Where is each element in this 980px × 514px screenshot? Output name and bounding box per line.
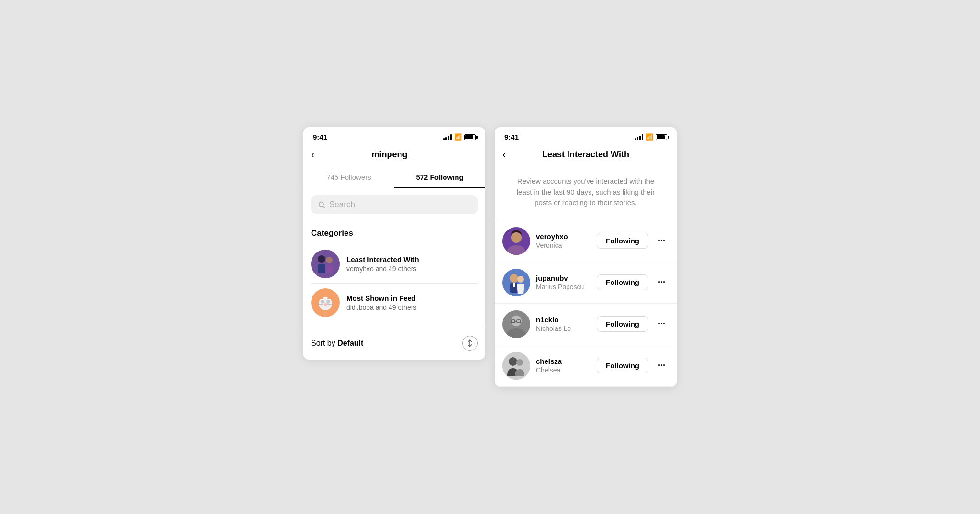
svg-point-19 xyxy=(511,232,522,243)
category-most-shown[interactable]: Most Shown in Feed didi.boba and 49 othe… xyxy=(311,284,478,322)
user-list: veroyhxo Veronica Following ··· xyxy=(495,220,677,387)
category-avatar-most xyxy=(311,288,340,317)
sort-arrows-icon xyxy=(466,339,474,348)
following-button-n1cklo[interactable]: Following xyxy=(597,316,648,332)
battery-icon-left xyxy=(464,134,476,140)
user-info-chelsza: chelsza Chelsea xyxy=(536,357,591,374)
list-item: jupanubv Marius Popescu Following ··· xyxy=(495,262,677,304)
avatar-img-chelsza xyxy=(502,352,530,380)
description-box: Review accounts you've interacted with t… xyxy=(495,166,677,220)
svg-point-21 xyxy=(510,274,518,283)
time-right: 9:41 xyxy=(504,133,519,141)
search-icon xyxy=(318,201,325,208)
categories-title: Categories xyxy=(311,229,478,238)
username-chelsza: chelsza xyxy=(536,357,591,365)
wifi-icon-right: 📶 xyxy=(646,133,653,141)
description-text: Review accounts you've interacted with t… xyxy=(509,176,662,208)
tab-followers[interactable]: 745 Followers xyxy=(303,166,394,188)
display-name-n1cklo: Nicholas Lo xyxy=(536,325,591,332)
user-avatar-veroyhxo xyxy=(502,227,530,255)
search-box[interactable]: Search xyxy=(311,195,478,214)
following-button-chelsza[interactable]: Following xyxy=(597,358,648,373)
back-button-right[interactable]: ‹ xyxy=(502,149,506,161)
username-n1cklo: n1cklo xyxy=(536,316,591,324)
nav-header-left: ‹ minpeng__ xyxy=(303,145,485,166)
sort-label: Sort by Default xyxy=(311,339,363,348)
user-info-jupanubv: jupanubv Marius Popescu xyxy=(536,274,591,291)
svg-point-26 xyxy=(511,316,522,326)
back-button-left[interactable]: ‹ xyxy=(311,149,314,161)
user-info-n1cklo: n1cklo Nicholas Lo xyxy=(536,316,591,332)
more-button-n1cklo[interactable]: ··· xyxy=(654,317,669,331)
more-button-jupanubv[interactable]: ··· xyxy=(654,275,669,289)
category-sub-least: veroyhxo and 49 others xyxy=(346,265,478,273)
left-screen: 9:41 📶 ‹ minpeng__ 745 Foll xyxy=(303,127,485,360)
signal-icon-left xyxy=(443,134,452,140)
user-info-veroyhxo: veroyhxo Veronica xyxy=(536,232,591,249)
more-button-chelsza[interactable]: ··· xyxy=(654,359,669,372)
list-item: n1cklo Nicholas Lo Following ··· xyxy=(495,304,677,345)
right-screen: 9:41 📶 ‹ Least Interacted With Revie xyxy=(495,127,677,387)
screens-container: 9:41 📶 ‹ minpeng__ 745 Foll xyxy=(303,127,677,387)
category-avatar-least xyxy=(311,250,340,278)
following-button-jupanubv[interactable]: Following xyxy=(597,274,648,290)
categories-section: Categories Least Inter xyxy=(303,221,485,322)
username-jupanubv: jupanubv xyxy=(536,274,591,282)
svg-rect-7 xyxy=(311,250,340,278)
category-name-most: Most Shown in Feed xyxy=(346,294,478,302)
search-placeholder: Search xyxy=(329,200,355,209)
user-avatar-n1cklo xyxy=(502,310,530,338)
status-icons-right: 📶 xyxy=(635,133,667,141)
avatar-img-veroyhxo xyxy=(502,227,530,255)
svg-point-14 xyxy=(324,303,327,306)
status-bar-right: 9:41 📶 xyxy=(495,127,677,145)
display-name-veroyhxo: Veronica xyxy=(536,241,591,249)
more-button-veroyhxo[interactable]: ··· xyxy=(654,234,669,248)
nav-header-right: ‹ Least Interacted With xyxy=(495,145,677,166)
category-least-interacted[interactable]: Least Interacted With veroyhxo and 49 ot… xyxy=(311,245,478,283)
display-name-chelsza: Chelsea xyxy=(536,366,591,374)
list-item: chelsza Chelsea Following ··· xyxy=(495,345,677,387)
username-veroyhxo: veroyhxo xyxy=(536,232,591,241)
tab-following[interactable]: 572 Following xyxy=(394,166,485,188)
user-avatar-chelsza xyxy=(502,352,530,380)
battery-icon-right xyxy=(656,134,667,140)
svg-point-10 xyxy=(321,300,324,304)
list-item: veroyhxo Veronica Following ··· xyxy=(495,220,677,262)
category-sub-most: didi.boba and 49 others xyxy=(346,304,478,311)
category-name-least: Least Interacted With xyxy=(346,255,478,263)
search-container: Search xyxy=(303,188,485,221)
avatar-img-jupanubv xyxy=(502,269,530,296)
category-avatar-img-most xyxy=(311,288,340,317)
svg-rect-23 xyxy=(513,283,515,287)
category-info-most: Most Shown in Feed didi.boba and 49 othe… xyxy=(346,294,478,311)
category-info-least: Least Interacted With veroyhxo and 49 ot… xyxy=(346,255,478,273)
signal-icon-right xyxy=(635,134,643,140)
following-button-veroyhxo[interactable]: Following xyxy=(597,233,648,249)
svg-point-24 xyxy=(517,276,524,283)
user-avatar-jupanubv xyxy=(502,269,530,296)
display-name-jupanubv: Marius Popescu xyxy=(536,283,591,291)
page-title-right: Least Interacted With xyxy=(542,150,629,160)
avatar-img-n1cklo xyxy=(502,310,530,338)
svg-point-31 xyxy=(509,357,517,366)
page-title-left: minpeng__ xyxy=(371,150,417,160)
wifi-icon-left: 📶 xyxy=(454,133,462,141)
status-bar-left: 9:41 📶 xyxy=(303,127,485,145)
sort-section: Sort by Default xyxy=(303,327,485,360)
svg-point-11 xyxy=(326,300,330,304)
status-icons-left: 📶 xyxy=(443,133,476,141)
time-left: 9:41 xyxy=(313,133,327,141)
svg-line-1 xyxy=(323,206,325,208)
category-avatar-img-least xyxy=(311,250,340,278)
svg-point-32 xyxy=(516,359,523,366)
tabs-left: 745 Followers 572 Following xyxy=(303,166,485,188)
sort-toggle-button[interactable] xyxy=(462,336,478,351)
